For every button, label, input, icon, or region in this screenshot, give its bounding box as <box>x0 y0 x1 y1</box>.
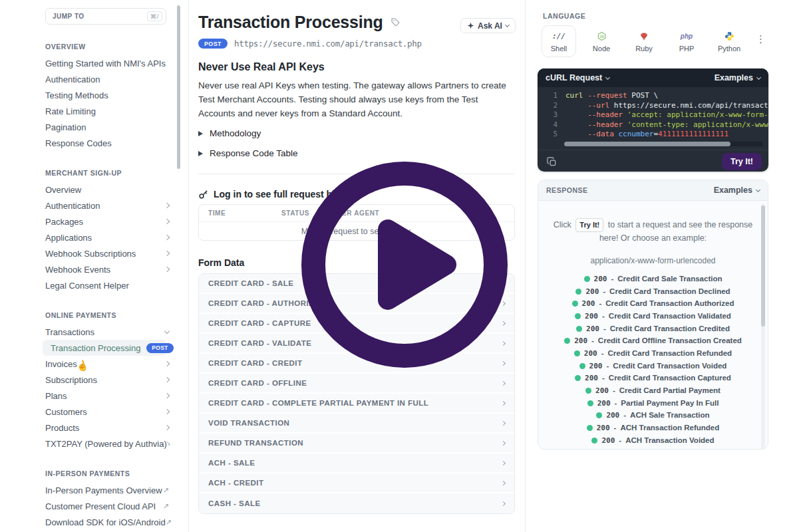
sidebar-section-in-person-payments: IN-PERSON PAYMENTS In-Person Payments Ov… <box>45 469 188 530</box>
sidebar-item[interactable]: Authentication <box>45 198 176 213</box>
form-data-row[interactable]: CREDIT CARD - COMPLETE PARTIAL PAYMENT I… <box>199 394 514 414</box>
response-example-link[interactable]: 200 - Credit Card Sale Transaction <box>538 273 768 285</box>
chevron-right-icon <box>501 380 506 385</box>
sidebar-item-label: Customer Present Cloud API <box>45 501 156 511</box>
sidebar-item-label: Applications <box>45 233 92 243</box>
sidebar-item[interactable]: Subscriptions <box>45 372 176 388</box>
sidebar-section-merchant-signup: MERCHANT SIGN-UP Overview Authentication <box>45 169 188 293</box>
sidebar-item[interactable]: Packages <box>45 213 176 229</box>
lang-tab-php[interactable]: php PHP <box>669 25 704 57</box>
form-data-row[interactable]: ACH - CREDIT <box>199 473 514 493</box>
sidebar-item[interactable]: TXT2PAY (Powered by Authvia) <box>45 436 176 452</box>
example-label: Credit Card Transaction Refunded <box>608 347 732 360</box>
response-example-link[interactable]: 200 - ACH Transaction Refunded <box>538 422 768 434</box>
collapsible-response-code-table[interactable]: Response Code Table <box>198 148 298 158</box>
language-label: LANGUAGE <box>543 12 585 20</box>
example-label: Credit Card Transaction Declined <box>609 285 730 298</box>
response-example-link[interactable]: 200 - Credit Card Transaction Refunded <box>538 347 768 360</box>
more-languages-menu[interactable]: ⋮ <box>756 33 766 45</box>
form-data-row[interactable]: CREDIT CARD - OFFLINE <box>199 374 514 394</box>
form-data-row[interactable]: REFUND TRANSACTION <box>199 434 514 454</box>
status-code: 200 <box>605 446 619 450</box>
response-example-link[interactable]: 200 - Credit Card Transaction Authorized <box>538 297 768 310</box>
sidebar-item[interactable]: Getting Started with NMI's APIs <box>45 55 176 71</box>
try-it-button[interactable]: Try It! <box>722 153 762 170</box>
form-data-row[interactable]: CASH - SALE <box>199 493 514 513</box>
example-label: Credit Card Transaction Validated <box>609 310 731 323</box>
sidebar-item[interactable]: Response Codes <box>45 135 176 151</box>
example-label: Partial Payment Pay In Full <box>621 397 719 410</box>
status-dot-icon <box>591 438 597 444</box>
form-data-row[interactable]: ACH - SALE <box>199 454 514 473</box>
sidebar-scrollbar[interactable] <box>177 5 180 169</box>
lang-tab-node[interactable]: JS Node <box>584 25 619 57</box>
tag-icon[interactable] <box>391 17 401 27</box>
callout-body: Never use real API Keys when testing. Th… <box>198 78 511 120</box>
sidebar-item[interactable]: Products <box>45 420 176 436</box>
key-icon <box>198 190 208 200</box>
sidebar-item[interactable]: Download SDK for iOS/Android ↗ <box>45 514 176 530</box>
sidebar-item[interactable]: Webhook Subscriptions <box>45 245 176 261</box>
response-example-link[interactable]: 200 - Credit Card Partial Payment <box>538 384 768 397</box>
endpoint-row: POST https://secure.nmi.com/api/transact… <box>198 39 422 49</box>
sidebar-item[interactable]: Testing Methods <box>45 87 176 103</box>
sidebar-item[interactable]: Overview <box>45 182 176 198</box>
response-example-link[interactable]: 200 - Cash Sale Transaction <box>538 447 768 450</box>
sidebar-item[interactable]: Plans <box>45 388 176 404</box>
example-label: ACH Sale Transaction <box>630 409 710 422</box>
ask-ai-button[interactable]: Ask AI <box>460 18 516 33</box>
sidebar-item-label: Legal Consent Helper <box>45 281 129 291</box>
sidebar-item[interactable]: Authentication <box>45 71 176 87</box>
curl-request-block: cURL Request Examples 1curl --request PO… <box>538 68 768 172</box>
method-badge: POST <box>146 343 173 353</box>
sidebar-item[interactable]: Customers <box>45 404 176 420</box>
request-type-dropdown[interactable]: cURL Request <box>546 73 609 82</box>
response-example-link[interactable]: 200 - ACH Transaction Voided <box>538 434 768 447</box>
sidebar-item[interactable]: Rate Limiting <box>45 103 176 119</box>
examples-dropdown[interactable]: Examples <box>715 73 760 82</box>
copy-icon[interactable] <box>547 157 557 167</box>
video-play-button[interactable] <box>295 155 514 374</box>
lang-tab-python[interactable]: Python <box>712 25 746 57</box>
response-example-link[interactable]: 200 - Credit Card Transaction Voided <box>538 360 768 372</box>
response-header: RESPONSE Examples <box>538 180 768 201</box>
horizontal-scrollbar-thumb[interactable] <box>564 142 730 146</box>
response-example-link[interactable]: 200 - ACH Sale Transaction <box>538 410 768 422</box>
response-examples-dropdown[interactable]: Examples <box>714 186 760 195</box>
status-code: 200 <box>595 384 609 397</box>
jump-to-search[interactable]: JUMP TO ⌘/ <box>45 8 166 25</box>
chevron-down-icon <box>164 328 170 333</box>
response-example-link[interactable]: 200 - Credit Card Transaction Captured <box>538 372 768 385</box>
lang-tab-ruby[interactable]: Ruby <box>627 25 661 57</box>
status-dot-icon <box>576 326 582 332</box>
sidebar-item[interactable]: Pagination <box>45 119 176 135</box>
status-dot-icon <box>575 289 581 295</box>
sidebar-item[interactable]: Webhook Events <box>45 261 176 277</box>
response-example-link[interactable]: 200 - Credit Card Offline Transaction Cr… <box>538 334 768 347</box>
response-example-link[interactable]: 200 - Credit Card Transaction Credited <box>538 323 768 335</box>
sidebar-item-label: Response Codes <box>45 138 112 148</box>
external-link-icon: ↗ <box>163 486 169 495</box>
collapsible-methodology[interactable]: Methodology <box>198 128 261 138</box>
sidebar-item[interactable]: Applications <box>45 229 176 245</box>
response-example-link[interactable]: 200 - Credit Card Transaction Validated <box>538 310 768 323</box>
lang-tab-shell[interactable]: :// Shell <box>542 25 576 57</box>
form-data-row[interactable]: VOID TRANSACTION <box>199 414 514 434</box>
sidebar-item-label: Subscriptions <box>45 375 97 385</box>
sidebar-item-label: TXT2PAY (Powered by Authvia) <box>45 439 167 449</box>
python-icon <box>725 31 734 42</box>
response-scrollbar-thumb[interactable] <box>761 205 765 327</box>
status-dot-icon <box>587 425 593 431</box>
response-example-link[interactable]: 200 - Partial Payment Pay In Full <box>538 397 768 410</box>
sidebar-item[interactable]: Customer Present Cloud API ↗ <box>45 498 176 514</box>
chevron-right-icon <box>164 393 170 398</box>
sidebar-item-label: Authentication <box>45 201 100 211</box>
sidebar-item[interactable]: Transaction Processing POST <box>43 340 166 356</box>
status-code: 200 <box>586 323 599 335</box>
sidebar-item[interactable]: In-Person Payments Overview ↗ <box>45 482 176 498</box>
response-example-link[interactable]: 200 - Credit Card Transaction Declined <box>538 285 768 298</box>
sidebar-item[interactable]: Invoices <box>45 356 176 372</box>
sidebar-item[interactable]: Legal Consent Helper <box>45 277 176 293</box>
sidebar-item[interactable]: Transactions <box>45 324 176 340</box>
chevron-right-icon <box>501 440 506 445</box>
